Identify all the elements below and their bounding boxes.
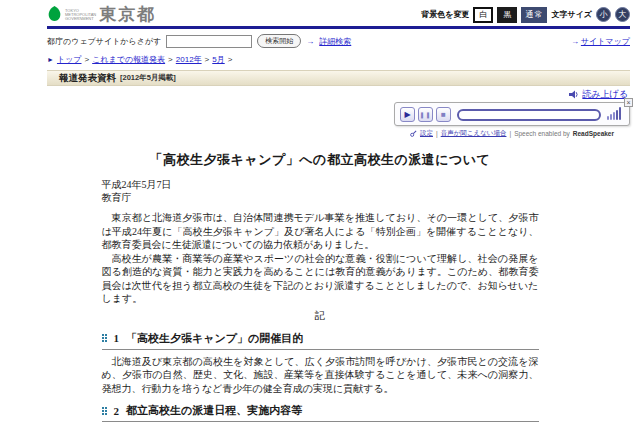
arrow-icon: → bbox=[306, 37, 314, 46]
search-input[interactable] bbox=[166, 35, 252, 48]
section-2-title: 都立高校生の派遣日程、実施内容等 bbox=[126, 403, 302, 418]
search-submit-button[interactable]: 検索開始 bbox=[257, 34, 301, 48]
play-button[interactable]: ▶ bbox=[400, 107, 415, 122]
readspeaker-footer: 設定 | 音声が聞こえない場合 | Speech enabled by Read… bbox=[394, 126, 630, 140]
accessibility-controls: 背景色を変更 白 黒 通常 文字サイズ 小 大 bbox=[421, 7, 630, 23]
press-release-date-note: [2012年5月掲載] bbox=[120, 73, 176, 83]
site-header: TOKYO METROPOLITAN GOVERNMENT 東京都 背景色を変更… bbox=[47, 0, 630, 70]
bureau-name: 教育庁 bbox=[102, 191, 539, 204]
press-release-title: 報道発表資料 bbox=[59, 72, 116, 85]
bg-white-button[interactable]: 白 bbox=[473, 7, 493, 23]
section-1-title: 「高校生夕張キャンプ」の開催目的 bbox=[126, 331, 303, 346]
breadcrumb: ► トップ > これまでの報道発表 > 2012年 > 5月 > bbox=[47, 51, 630, 70]
settings-wrench-icon bbox=[410, 130, 417, 137]
paragraph-1: 東京都と北海道夕張市は、自治体間連携モデル事業を推進しており、その一環として、夕… bbox=[102, 211, 539, 252]
close-icon[interactable]: × bbox=[624, 98, 633, 107]
breadcrumb-separator: > bbox=[85, 55, 90, 64]
triangle-icon: ► bbox=[47, 56, 54, 63]
section-1-heading: 1 「高校生夕張キャンプ」の開催目的 bbox=[102, 331, 539, 350]
section-bullet-icon bbox=[102, 334, 107, 342]
logo-japanese-text: 東京都 bbox=[99, 3, 156, 26]
ki-marker: 記 bbox=[102, 309, 539, 323]
section-2-number: 2 bbox=[114, 405, 120, 417]
breadcrumb-separator: > bbox=[205, 55, 210, 64]
breadcrumb-link-top[interactable]: トップ bbox=[57, 54, 82, 65]
breadcrumb-separator: > bbox=[168, 55, 173, 64]
section-1-body: 北海道及び東京都の高校生を対象として、広く夕張市訪問を呼びかけ、夕張市民との交流… bbox=[102, 355, 539, 396]
sitemap-link[interactable]: サイトマップ bbox=[581, 36, 630, 47]
volume-bars-icon bbox=[607, 108, 621, 121]
section-bullet-icon bbox=[102, 407, 107, 415]
tokyo-metro-logo[interactable]: TOKYO METROPOLITAN GOVERNMENT 東京都 bbox=[47, 3, 156, 26]
site-search-bar: 都庁のウェブサイトからさがす 検索開始 → 詳細検索 → サイトマップ bbox=[47, 29, 630, 51]
no-audio-link[interactable]: 音声が聞こえない場合 bbox=[441, 129, 507, 138]
search-label: 都庁のウェブサイトからさがす bbox=[47, 36, 161, 47]
release-date: 平成24年5月7日 bbox=[102, 178, 539, 191]
pause-button[interactable]: ❚❚ bbox=[418, 107, 433, 122]
readspeaker-player: ▶ ❚❚ ■ × bbox=[394, 102, 630, 126]
speaker-icon bbox=[569, 90, 579, 99]
breadcrumb-separator: > bbox=[228, 55, 233, 64]
advanced-search-link[interactable]: 詳細検索 bbox=[319, 36, 351, 47]
font-size-label: 文字サイズ bbox=[551, 9, 592, 20]
article: 「高校生夕張キャンプ」への都立高校生の派遣について 平成24年5月7日 教育庁 … bbox=[102, 151, 539, 426]
breadcrumb-link-press-releases[interactable]: これまでの報道発表 bbox=[92, 54, 165, 65]
bg-black-button[interactable]: 黒 bbox=[497, 7, 517, 23]
paragraph-2: 高校生が農業・商業等の産業やスポーツの社会的な意義・役割について理解し、社会の発… bbox=[102, 252, 539, 306]
press-release-bar: 報道発表資料 [2012年5月掲載] bbox=[47, 70, 630, 86]
section-2-heading: 2 都立高校生の派遣日程、実施内容等 bbox=[102, 403, 539, 422]
font-small-button[interactable]: 小 bbox=[596, 7, 611, 22]
readspeaker-widget: 読み上げる ▶ ❚❚ ■ × 設定 | 音声が聞こえない場合 | Speech … bbox=[47, 86, 630, 140]
progress-bar[interactable] bbox=[457, 109, 601, 121]
ginkgo-leaf-icon bbox=[47, 6, 62, 23]
arrow-icon: → bbox=[571, 37, 579, 46]
bg-change-label: 背景色を変更 bbox=[421, 9, 469, 20]
powered-by-text: Speech enabled by bbox=[514, 130, 570, 137]
bg-normal-button[interactable]: 通常 bbox=[521, 7, 547, 23]
settings-link[interactable]: 設定 bbox=[420, 129, 433, 138]
breadcrumb-link-2012[interactable]: 2012年 bbox=[176, 54, 202, 65]
logo-english-text: TOKYO METROPOLITAN GOVERNMENT bbox=[65, 9, 96, 21]
section-1-number: 1 bbox=[114, 332, 120, 344]
read-aloud-link[interactable]: 読み上げる bbox=[582, 88, 628, 101]
breadcrumb-link-may[interactable]: 5月 bbox=[212, 54, 224, 65]
font-large-button[interactable]: 大 bbox=[615, 7, 630, 22]
page-title: 「高校生夕張キャンプ」への都立高校生の派遣について bbox=[102, 151, 539, 169]
stop-button[interactable]: ■ bbox=[436, 107, 451, 122]
readspeaker-brand: ReadSpeaker bbox=[573, 130, 614, 137]
